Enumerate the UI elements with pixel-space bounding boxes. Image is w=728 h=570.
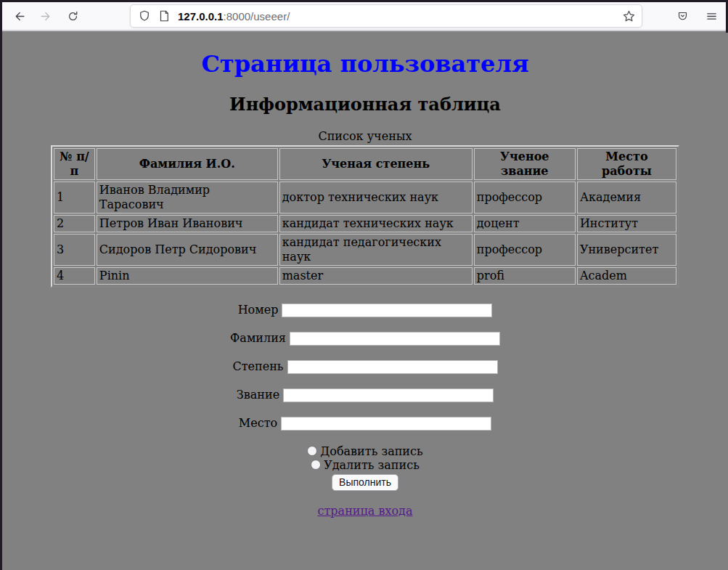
url-bar[interactable]: 127.0.0.1:8000/useeer/ <box>130 4 642 28</box>
workplace-input[interactable] <box>281 417 491 431</box>
browser-window: 127.0.0.1:8000/useeer/ Страница пользова… <box>0 0 728 570</box>
surname-input[interactable] <box>290 332 500 346</box>
cell-name: Сидоров Петр Сидорович <box>97 234 278 266</box>
cell-title: профессор <box>474 182 576 213</box>
cell-workplace: Академия <box>577 182 676 213</box>
window-frame-top <box>0 0 728 2</box>
cell-workplace: Институт <box>577 215 676 232</box>
scientists-table: Список ученых № п/п Фамилия И.О. Ученая … <box>51 129 679 288</box>
cell-title: профессор <box>474 234 576 266</box>
window-frame-left <box>0 0 2 570</box>
url-text: 127.0.0.1:8000/useeer/ <box>178 10 622 23</box>
page-icon[interactable] <box>158 9 171 23</box>
cell-degree: кандидат технических наук <box>279 215 473 232</box>
col-header-title: Ученое звание <box>474 148 576 180</box>
workplace-label: Место <box>239 416 277 430</box>
forward-icon[interactable] <box>35 5 57 27</box>
record-form: Номер Фамилия Степень Звание Место Добав… <box>2 303 728 491</box>
title-label: Звание <box>237 388 279 402</box>
cell-number: 4 <box>54 267 95 285</box>
surname-label: Фамилия <box>230 331 286 345</box>
col-header-number: № п/п <box>54 148 95 180</box>
footer-link-line: страница входа <box>2 504 728 518</box>
menu-icon[interactable] <box>700 5 722 27</box>
col-header-name: Фамилия И.О. <box>97 148 278 180</box>
table-row: 1 Иванов Владимир Тарасович доктор техни… <box>54 182 676 213</box>
form-line-degree: Степень <box>2 359 728 374</box>
degree-label: Степень <box>232 359 283 373</box>
table-caption: Список ученых <box>51 129 679 145</box>
cell-number: 1 <box>54 182 95 213</box>
cell-number: 2 <box>54 215 95 232</box>
col-header-degree: Ученая степень <box>279 148 473 180</box>
form-line-number: Номер <box>2 303 728 317</box>
page-subtitle: Информационная таблица <box>2 94 728 115</box>
cell-workplace: Университет <box>577 234 676 266</box>
number-label: Номер <box>238 303 279 317</box>
page-title: Страница пользователя <box>2 50 728 78</box>
number-input[interactable] <box>282 304 492 317</box>
radio-line-delete: Удалить запись <box>2 458 728 472</box>
add-record-label: Добавить запись <box>320 444 422 458</box>
cell-title: доцент <box>474 215 576 232</box>
execute-button[interactable]: Выполнить <box>332 474 398 491</box>
cell-degree: master <box>279 267 473 285</box>
table-header-row: № п/п Фамилия И.О. Ученая степень Ученое… <box>54 148 676 180</box>
page-content: Страница пользователя Информационная таб… <box>2 31 728 570</box>
cell-name: Петров Иван Иванович <box>97 215 278 232</box>
form-line-title: Звание <box>2 388 728 402</box>
cell-degree: кандидат педагогических наук <box>279 234 473 266</box>
browser-toolbar: 127.0.0.1:8000/useeer/ <box>2 2 728 31</box>
add-record-radio[interactable] <box>307 446 317 456</box>
degree-input[interactable] <box>287 360 498 374</box>
star-icon[interactable] <box>622 9 636 23</box>
title-input[interactable] <box>283 388 494 402</box>
form-line-workplace: Место <box>2 416 728 431</box>
cell-degree: доктор технических наук <box>279 182 473 213</box>
login-page-link[interactable]: страница входа <box>318 504 413 518</box>
pocket-icon[interactable] <box>671 5 693 27</box>
form-line-surname: Фамилия <box>2 331 728 346</box>
cell-name: Иванов Владимир Тарасович <box>97 182 278 213</box>
col-header-workplace: Место работы <box>577 148 676 180</box>
cell-number: 3 <box>54 234 95 266</box>
cell-title: profi <box>474 267 576 285</box>
shield-icon[interactable] <box>138 9 151 23</box>
cell-name: Pinin <box>97 267 278 285</box>
table-row: 3 Сидоров Петр Сидорович кандидат педаго… <box>54 234 676 266</box>
url-domain: 127.0.0.1 <box>178 10 224 23</box>
cell-workplace: Academ <box>577 267 676 285</box>
radio-line-add: Добавить запись <box>2 444 728 458</box>
delete-record-radio[interactable] <box>311 460 321 470</box>
table-row: 2 Петров Иван Иванович кандидат техничес… <box>54 215 676 232</box>
table-row: 4 Pinin master profi Academ <box>54 267 676 285</box>
back-icon[interactable] <box>8 5 30 27</box>
url-path: :8000/useeer/ <box>224 10 290 23</box>
delete-record-label: Удалить запись <box>324 458 420 472</box>
reload-icon[interactable] <box>62 5 83 27</box>
